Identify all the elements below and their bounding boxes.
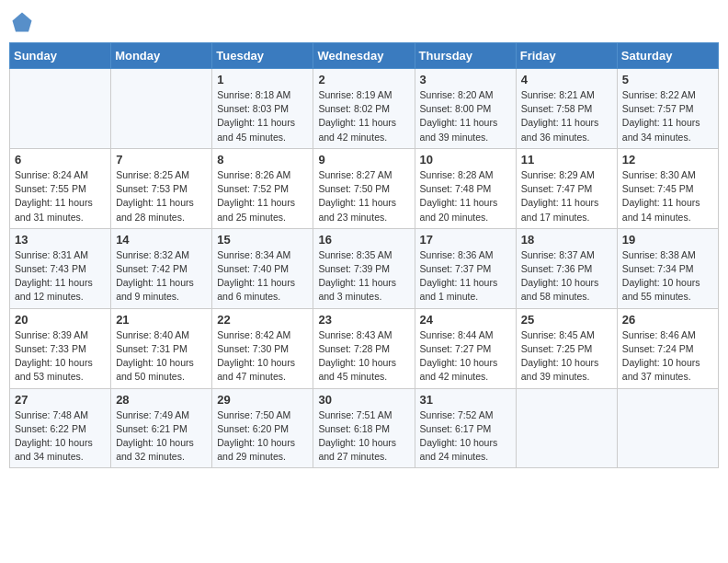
calendar-week-row: 20Sunrise: 8:39 AMSunset: 7:33 PMDayligh… [10, 308, 719, 388]
day-info: Sunrise: 8:20 AMSunset: 8:00 PMDaylight:… [420, 88, 511, 144]
day-number: 6 [15, 153, 106, 167]
calendar-cell: 4Sunrise: 8:21 AMSunset: 7:58 PMDaylight… [516, 69, 617, 149]
calendar-cell: 14Sunrise: 8:32 AMSunset: 7:42 PMDayligh… [111, 228, 212, 308]
calendar-cell: 12Sunrise: 8:30 AMSunset: 7:45 PMDayligh… [617, 148, 718, 228]
calendar-cell: 13Sunrise: 8:31 AMSunset: 7:43 PMDayligh… [10, 228, 111, 308]
calendar-day-header: Saturday [617, 43, 718, 69]
day-number: 25 [521, 313, 612, 327]
day-number: 16 [318, 233, 409, 247]
calendar-cell: 16Sunrise: 8:35 AMSunset: 7:39 PMDayligh… [313, 228, 415, 308]
calendar-cell [10, 69, 111, 149]
day-number: 14 [116, 233, 207, 247]
calendar-week-row: 13Sunrise: 8:31 AMSunset: 7:43 PMDayligh… [10, 228, 719, 308]
day-number: 27 [15, 393, 106, 407]
calendar-cell: 11Sunrise: 8:29 AMSunset: 7:47 PMDayligh… [516, 148, 617, 228]
calendar-day-header: Wednesday [313, 43, 415, 69]
day-number: 10 [420, 153, 511, 167]
day-info: Sunrise: 8:28 AMSunset: 7:48 PMDaylight:… [420, 168, 511, 224]
day-info: Sunrise: 8:35 AMSunset: 7:39 PMDaylight:… [318, 248, 409, 304]
day-info: Sunrise: 8:42 AMSunset: 7:30 PMDaylight:… [217, 328, 308, 385]
calendar-body: 1Sunrise: 8:18 AMSunset: 8:03 PMDaylight… [10, 69, 719, 468]
day-info: Sunrise: 7:50 AMSunset: 6:20 PMDaylight:… [217, 408, 308, 465]
day-info: Sunrise: 8:43 AMSunset: 7:28 PMDaylight:… [318, 328, 409, 385]
logo [9, 9, 39, 35]
day-number: 30 [318, 393, 409, 407]
day-number: 21 [116, 313, 207, 327]
calendar-cell: 7Sunrise: 8:25 AMSunset: 7:53 PMDaylight… [111, 148, 212, 228]
calendar-day-header: Monday [111, 43, 212, 69]
calendar-cell: 25Sunrise: 8:45 AMSunset: 7:25 PMDayligh… [516, 308, 617, 388]
day-info: Sunrise: 8:22 AMSunset: 7:57 PMDaylight:… [622, 88, 713, 144]
day-number: 8 [217, 153, 308, 167]
day-info: Sunrise: 8:37 AMSunset: 7:36 PMDaylight:… [521, 248, 612, 304]
day-info: Sunrise: 8:29 AMSunset: 7:47 PMDaylight:… [521, 168, 612, 224]
calendar-cell: 26Sunrise: 8:46 AMSunset: 7:24 PMDayligh… [617, 308, 718, 388]
calendar-cell [617, 388, 718, 468]
day-info: Sunrise: 8:19 AMSunset: 8:02 PMDaylight:… [318, 88, 409, 144]
day-number: 18 [521, 233, 612, 247]
calendar-cell: 15Sunrise: 8:34 AMSunset: 7:40 PMDayligh… [212, 228, 313, 308]
day-number: 9 [318, 153, 409, 167]
page-header [9, 9, 719, 35]
calendar-cell: 19Sunrise: 8:38 AMSunset: 7:34 PMDayligh… [617, 228, 718, 308]
calendar-cell: 22Sunrise: 8:42 AMSunset: 7:30 PMDayligh… [212, 308, 313, 388]
day-number: 22 [217, 313, 308, 327]
calendar-cell: 30Sunrise: 7:51 AMSunset: 6:18 PMDayligh… [313, 388, 415, 468]
day-number: 3 [420, 73, 511, 86]
calendar-cell: 1Sunrise: 8:18 AMSunset: 8:03 PMDaylight… [212, 69, 313, 149]
day-info: Sunrise: 7:49 AMSunset: 6:21 PMDaylight:… [116, 408, 207, 465]
calendar-day-header: Friday [516, 43, 617, 69]
calendar-day-header: Tuesday [212, 43, 313, 69]
calendar-cell [111, 69, 212, 149]
day-info: Sunrise: 8:25 AMSunset: 7:53 PMDaylight:… [116, 168, 207, 224]
day-info: Sunrise: 8:31 AMSunset: 7:43 PMDaylight:… [15, 248, 106, 304]
day-number: 24 [420, 313, 511, 327]
calendar-cell: 27Sunrise: 7:48 AMSunset: 6:22 PMDayligh… [10, 388, 111, 468]
calendar-cell: 31Sunrise: 7:52 AMSunset: 6:17 PMDayligh… [415, 388, 516, 468]
day-info: Sunrise: 7:52 AMSunset: 6:17 PMDaylight:… [420, 408, 511, 465]
calendar-table: SundayMondayTuesdayWednesdayThursdayFrid… [9, 42, 719, 468]
day-number: 5 [622, 73, 713, 86]
day-info: Sunrise: 8:46 AMSunset: 7:24 PMDaylight:… [622, 328, 713, 385]
calendar-cell: 24Sunrise: 8:44 AMSunset: 7:27 PMDayligh… [415, 308, 516, 388]
calendar-cell: 17Sunrise: 8:36 AMSunset: 7:37 PMDayligh… [415, 228, 516, 308]
day-info: Sunrise: 8:26 AMSunset: 7:52 PMDaylight:… [217, 168, 308, 224]
calendar-cell: 8Sunrise: 8:26 AMSunset: 7:52 PMDaylight… [212, 148, 313, 228]
calendar-day-header: Sunday [10, 43, 111, 69]
day-info: Sunrise: 8:18 AMSunset: 8:03 PMDaylight:… [217, 88, 308, 144]
calendar-cell: 21Sunrise: 8:40 AMSunset: 7:31 PMDayligh… [111, 308, 212, 388]
day-number: 23 [318, 313, 409, 327]
day-number: 15 [217, 233, 308, 247]
day-number: 28 [116, 393, 207, 407]
day-info: Sunrise: 7:51 AMSunset: 6:18 PMDaylight:… [318, 408, 409, 465]
day-info: Sunrise: 8:21 AMSunset: 7:58 PMDaylight:… [521, 88, 612, 144]
calendar-day-header: Thursday [415, 43, 516, 69]
logo-icon [9, 9, 35, 35]
calendar-cell: 20Sunrise: 8:39 AMSunset: 7:33 PMDayligh… [10, 308, 111, 388]
day-info: Sunrise: 8:44 AMSunset: 7:27 PMDaylight:… [420, 328, 511, 385]
day-info: Sunrise: 8:38 AMSunset: 7:34 PMDaylight:… [622, 248, 713, 304]
calendar-cell [516, 388, 617, 468]
calendar-week-row: 27Sunrise: 7:48 AMSunset: 6:22 PMDayligh… [10, 388, 719, 468]
day-number: 29 [217, 393, 308, 407]
calendar-cell: 28Sunrise: 7:49 AMSunset: 6:21 PMDayligh… [111, 388, 212, 468]
calendar-cell: 29Sunrise: 7:50 AMSunset: 6:20 PMDayligh… [212, 388, 313, 468]
calendar-cell: 5Sunrise: 8:22 AMSunset: 7:57 PMDaylight… [617, 69, 718, 149]
calendar-cell: 3Sunrise: 8:20 AMSunset: 8:00 PMDaylight… [415, 69, 516, 149]
day-number: 7 [116, 153, 207, 167]
day-number: 17 [420, 233, 511, 247]
day-info: Sunrise: 8:40 AMSunset: 7:31 PMDaylight:… [116, 328, 207, 385]
day-info: Sunrise: 8:24 AMSunset: 7:55 PMDaylight:… [15, 168, 106, 224]
calendar-cell: 6Sunrise: 8:24 AMSunset: 7:55 PMDaylight… [10, 148, 111, 228]
day-info: Sunrise: 8:34 AMSunset: 7:40 PMDaylight:… [217, 248, 308, 304]
calendar-cell: 10Sunrise: 8:28 AMSunset: 7:48 PMDayligh… [415, 148, 516, 228]
day-number: 1 [217, 73, 308, 86]
day-number: 2 [318, 73, 409, 86]
calendar-week-row: 1Sunrise: 8:18 AMSunset: 8:03 PMDaylight… [10, 69, 719, 149]
day-info: Sunrise: 8:39 AMSunset: 7:33 PMDaylight:… [15, 328, 106, 385]
day-info: Sunrise: 8:27 AMSunset: 7:50 PMDaylight:… [318, 168, 409, 224]
day-info: Sunrise: 8:36 AMSunset: 7:37 PMDaylight:… [420, 248, 511, 304]
day-info: Sunrise: 8:30 AMSunset: 7:45 PMDaylight:… [622, 168, 713, 224]
calendar-cell: 9Sunrise: 8:27 AMSunset: 7:50 PMDaylight… [313, 148, 415, 228]
day-number: 13 [15, 233, 106, 247]
